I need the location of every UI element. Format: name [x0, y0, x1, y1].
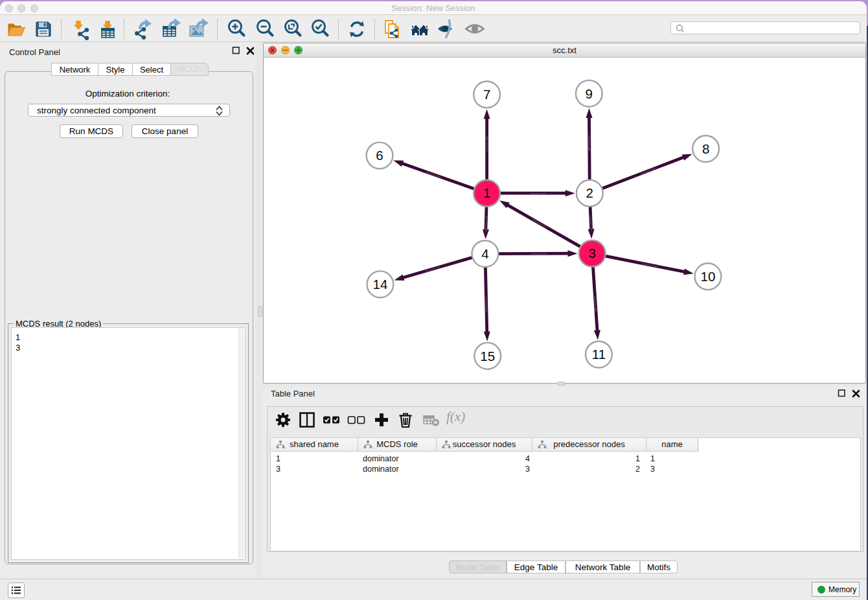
svg-text:interacts with: interacts with — [484, 215, 488, 231]
svg-text:6: 6 — [376, 148, 383, 163]
svg-text:interacts with: interacts with — [485, 297, 488, 313]
svg-text:interacts with: interacts with — [531, 192, 547, 195]
svg-text:11: 11 — [592, 347, 606, 362]
svg-text:10: 10 — [700, 269, 715, 284]
svg-text:3: 3 — [588, 246, 595, 260]
svg-text:interacts with: interacts with — [593, 296, 598, 312]
svg-text:9: 9 — [586, 86, 593, 101]
svg-text:1: 1 — [483, 185, 490, 200]
svg-text:interacts with: interacts with — [642, 262, 659, 268]
svg-text:2: 2 — [586, 185, 593, 200]
svg-text:interacts with: interacts with — [485, 135, 488, 152]
svg-text:7: 7 — [483, 87, 490, 102]
svg-text:4: 4 — [481, 246, 488, 261]
svg-text:interacts with: interacts with — [589, 215, 593, 231]
svg-text:interacts with: interacts with — [425, 170, 441, 179]
svg-text:14: 14 — [372, 277, 387, 292]
svg-text:interacts with: interacts with — [588, 135, 591, 152]
svg-text:8: 8 — [702, 141, 709, 156]
svg-text:interacts with: interacts with — [532, 218, 547, 229]
svg-text:15: 15 — [480, 349, 495, 363]
svg-text:interacts with: interacts with — [640, 167, 656, 176]
svg-text:interacts with: interacts with — [424, 265, 441, 273]
svg-text:interacts with: interacts with — [531, 252, 547, 255]
